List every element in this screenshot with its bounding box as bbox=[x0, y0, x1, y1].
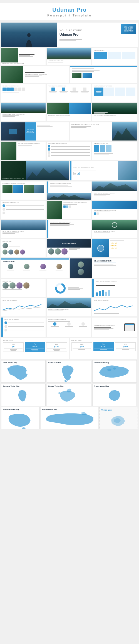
slide-device-label: SHORT TEXT OF AWESOME REGULAR bbox=[94, 325, 121, 326]
slide-blue-block-1[interactable]: TWO IMAGESAND SHORTDESCRIPTION bbox=[1, 122, 69, 141]
map-vector-area bbox=[101, 412, 136, 428]
row-11: SHORT TEXT OF AWESOME PICTURES! SHORT TE… bbox=[1, 220, 138, 238]
slide-device-mockup[interactable]: SHORT TEXT OF AWESOME REGULAR bbox=[92, 318, 137, 337]
slide-dark-forest[interactable]: TWO IMAGES AND SHORT DESCRIPTION bbox=[92, 103, 137, 121]
slide-short-text-label: SHORT TEXT OF AWESOME PICTURES bbox=[73, 166, 116, 168]
slide-pricing-2[interactable]: PRICING TABLE Basic $50 Pro $100 bbox=[70, 338, 137, 359]
slide-four-years-label: FOUR YEARS PER LIST WITH ICON bbox=[48, 143, 90, 144]
map-france-title: France Vector Map bbox=[94, 385, 135, 388]
slide-short-awesome-3[interactable]: SHORT TEXT OF AWESOME PICTURES! bbox=[92, 220, 137, 238]
map-east-coast[interactable]: East Coast Map bbox=[47, 360, 91, 382]
slide-two-img-2: TWO IMAGES AND SHORT DESCRIPTION bbox=[18, 143, 44, 144]
map-north-area bbox=[3, 365, 44, 381]
row-18-maps: North Americ Map East Coast Map bbox=[1, 360, 138, 382]
map-east-title: East Coast Map bbox=[48, 362, 90, 364]
map-east-area bbox=[48, 365, 90, 382]
slide-we-are-awesome[interactable]: WE ARE AWESOME TEAM bbox=[70, 258, 137, 278]
slide-title[interactable]: YOUR FEATURE Udunan Pro ONE IMAGESAND SH… bbox=[1, 23, 138, 47]
map-north-title: North Americ Map bbox=[3, 362, 44, 364]
svg-point-3 bbox=[22, 427, 26, 429]
header-section: Udunan Pro Powerpoint Template bbox=[0, 3, 139, 20]
row-6: TWO IMAGESAND SHORTDESCRIPTION TWO IMAGE… bbox=[1, 122, 138, 141]
slide-features-cov[interactable]: FEATURES LIST WITH COV bbox=[92, 142, 137, 160]
slide-donut-chart[interactable] bbox=[47, 279, 91, 297]
slide-forest-1[interactable]: ONE IMAGE AND SHORT T/DESCRIPTION bbox=[1, 103, 46, 121]
map-canada-area bbox=[94, 365, 135, 382]
map-germany[interactable]: Germany Vector Map bbox=[1, 384, 46, 406]
map-vector-placeholder[interactable]: Vector Map bbox=[100, 407, 138, 429]
slide-forest-large[interactable]: TWO IMAGES AND SHORT DESCRIPTION bbox=[1, 161, 69, 180]
slide-short-awesome-2[interactable]: SHORT TEXT OF AWESOME PICTURES bbox=[47, 220, 91, 238]
map-europa[interactable]: Europa Vector Map bbox=[47, 384, 91, 406]
slide-meet-team-1[interactable]: MEET THE TEAM bbox=[1, 239, 46, 257]
slide-one-icon-label: ONE IMAGE AND SHORT TEXT WITH ICON bbox=[94, 210, 135, 211]
slide-two-images-2[interactable]: TWO IMAGES AND SHORT DESCRIPTION bbox=[1, 66, 69, 83]
slide-meet-2-label: MEET THE TEAM bbox=[62, 243, 76, 244]
row-14: MEET THE TEAM bbox=[1, 279, 138, 297]
slide-blue-bar[interactable] bbox=[70, 66, 137, 83]
row-7: TWO IMAGES AND SHORT DESCRIPTION FOUR YE… bbox=[1, 142, 138, 160]
slide-short-img-2-label: SHORT TEXT OF AWESOME PICTURED bbox=[48, 309, 90, 310]
row-8: TWO IMAGES AND SHORT DESCRIPTION SHORT bbox=[1, 161, 138, 180]
map-canada[interactable]: Canada Vector Map bbox=[92, 360, 137, 382]
app-title: Udunan Pro bbox=[0, 7, 139, 13]
map-russia[interactable]: Russia Vector Map bbox=[41, 407, 98, 429]
slide-four-features-2[interactable]: FOUR FEATURES LIST WITH ICON bbox=[92, 84, 137, 102]
slide-short-awe-1: SHORT TEXT OF AWESOME PICTURES! bbox=[3, 231, 44, 232]
slide-large-caption: LARGE IMAGES AND SHORT bbox=[48, 60, 90, 62]
row-17: PRICING TABLE Free $0 Pro $100 bbox=[1, 338, 138, 359]
slide-two-img-icon[interactable]: TWO IMAGES AND SHORT TEXT WITH ICON bbox=[47, 201, 91, 219]
slide-forest-label: TWO IMAGES AND SHORT DESCRIPTION bbox=[2, 178, 24, 179]
map-europa-area bbox=[48, 388, 90, 406]
map-canada-title: Canada Vector Map bbox=[94, 362, 135, 364]
slide-short-text-star[interactable]: SHORT TEXT OF AWESOME PICTURES ☆ ★ bbox=[70, 161, 137, 180]
slide-short-awesome-1[interactable]: SHORT TEXT OF AWESOME PICTURES! bbox=[1, 220, 46, 238]
slide-meet-circles[interactable]: MEET THE TEAM bbox=[1, 279, 46, 297]
slide-meet-team-ext[interactable]: MEET THE TEAM bbox=[1, 258, 69, 278]
map-australia[interactable]: Australia Vector Map bbox=[1, 407, 39, 429]
slide-two-images-caption: TWO IMAGES AND SHORT DESCRIPTION bbox=[48, 115, 90, 117]
four-features-2-label: FOUR FEATURES LIST WITH ICON bbox=[94, 85, 135, 87]
svg-point-1 bbox=[107, 369, 111, 371]
row-15: SHORT TEXT OF AWESOME SHORT TEXT OF AWES… bbox=[1, 298, 138, 316]
slide-four-features-1[interactable]: FOUR FEATURES LIST WITH ICON bbox=[47, 84, 91, 102]
slide-mountain[interactable]: TWO IMAGES AND SHORT RESERVATION bbox=[70, 122, 137, 141]
slide-stars-rating[interactable]: ★★★★★ ★★★★☆ ★★★☆☆ bbox=[92, 239, 137, 257]
slide-pricing-1[interactable]: PRICING TABLE Free $0 Pro $100 bbox=[1, 338, 69, 359]
row-3: TWO IMAGES AND SHORT DESCRIPTION bbox=[1, 66, 138, 83]
slide-short-icon-2[interactable]: SHORT TEXT OF AWESOME ICON bbox=[47, 318, 91, 337]
slide-one-img-icon[interactable]: ONE IMAGE AND SHORT TEXT WITH ICON bbox=[92, 201, 137, 219]
slide-your-feature: YOUR FEATURE bbox=[94, 50, 135, 51]
slide-bar-chart[interactable]: SHORT TEXT OF AWESOME PICTURED! bbox=[92, 279, 137, 297]
map-russia-title: Russia Vector Map bbox=[42, 409, 97, 411]
map-north-america[interactable]: North Americ Map bbox=[1, 360, 46, 382]
slide-two-images-1[interactable]: TWO IMAGES AND SHORT DESCRIPTION bbox=[1, 48, 46, 65]
slide-two-images-3[interactable]: TWO IMAGES AND SHORT DESCRIPTION bbox=[47, 103, 91, 121]
slide-line-chart-2[interactable]: SHORT TEXT OF AWESOME bbox=[92, 298, 137, 316]
slide-caption-1: TWO IMAGES AND SHORT DESCRIPTION bbox=[1, 62, 46, 65]
slide-large-image[interactable]: LARGE IMAGES AND SHORT bbox=[47, 48, 91, 65]
slide-two-icon-label: TWO IMAGES AND SHORT TEXT WITH ICON bbox=[63, 202, 90, 204]
slide-line-1-label: SHORT TEXT OF AWESOME bbox=[3, 300, 44, 301]
slide-four-years[interactable]: FOUR YEARS PER LIST WITH ICON bbox=[47, 142, 91, 160]
slide-meet-team-ext-label: MEET THE TEAM bbox=[3, 261, 67, 263]
slide-short-img-2[interactable]: SHORT TEXT OF AWESOME PICTURED bbox=[47, 298, 91, 316]
slide-short-text-2[interactable]: SHORT TEXT OF AWESOME PICTURES bbox=[92, 181, 137, 200]
app-subtitle: Powerpoint Template bbox=[0, 14, 139, 17]
slide-numbering[interactable]: IMAGES AND NUMBERING LIST 1 2 3 bbox=[1, 201, 46, 219]
slide-features-box[interactable]: YOUR FEATURE bbox=[92, 48, 137, 65]
slide-six-features[interactable]: SIX FEATURES LIST WITH ICON bbox=[1, 84, 46, 102]
page-wrapper: Udunan Pro Powerpoint Template YOUR FEAT… bbox=[0, 0, 139, 433]
slide-line-chart-1[interactable]: SHORT TEXT OF AWESOME bbox=[1, 298, 46, 316]
svg-point-0 bbox=[27, 33, 31, 37]
slide-numbering-label: IMAGES AND NUMBERING LIST bbox=[3, 202, 44, 204]
row-20-maps: Australia Vector Map Russia Vector Map bbox=[1, 407, 138, 429]
slide-two-images-short-desc: TWO IMAGES AND SHORT DESCRIPTION bbox=[94, 115, 135, 117]
slide-two-img-feature[interactable]: TWO IMAGES AND SHORT DESCRIPTION bbox=[1, 142, 46, 160]
slide-short-text-1[interactable]: SHORT TEXT OF AWESOME PICTURES bbox=[47, 181, 91, 200]
map-france[interactable]: France Vector Map bbox=[92, 384, 137, 406]
slide-icon-list-1[interactable]: SHORT TEXT OF AWESOME bbox=[1, 318, 46, 337]
slide-four-images[interactable]: FOUR IMAGES AND SHORT DESCRIPTION bbox=[1, 181, 46, 200]
slide-meet-team-2[interactable]: MEET THE TEAM bbox=[47, 239, 91, 257]
map-europa-title: Europa Vector Map bbox=[48, 385, 90, 388]
